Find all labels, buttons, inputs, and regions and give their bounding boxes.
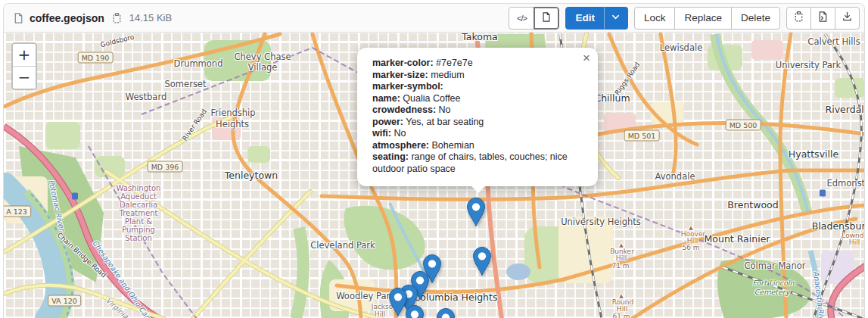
display-source-button[interactable]: </> [509, 7, 534, 30]
display-rendered-button[interactable] [534, 7, 559, 30]
feature-property: seating: range of chairs, tables, couche… [372, 151, 583, 175]
file-size: 14.15 KiB [129, 12, 172, 23]
map-marker[interactable] [467, 198, 485, 227]
replace-button[interactable]: Replace [674, 7, 732, 30]
file-code-icon [817, 11, 829, 25]
chevron-down-icon [611, 12, 620, 23]
geojson-file-viewer: coffee.geojson 14.15 KiB </> Edit [3, 3, 865, 318]
map-marker[interactable] [406, 305, 424, 318]
file-utility-group [786, 7, 860, 30]
file-name: coffee.geojson [30, 12, 104, 24]
file-icon [13, 12, 24, 24]
download-button[interactable] [835, 7, 860, 30]
delete-button[interactable]: Delete [731, 7, 780, 30]
map[interactable]: TakomaGoldsboroChevy ChaseVillageDrummon… [4, 33, 864, 318]
copy-contents-button[interactable] [786, 7, 811, 30]
file-header: coffee.geojson 14.15 KiB </> Edit [4, 4, 864, 33]
feature-property: crowdedness: No [372, 104, 583, 117]
map-popup: × marker-color: #7e7e7emarker-size: medi… [357, 48, 598, 186]
feature-property: name: Qualia Coffee [372, 93, 583, 105]
feature-property: atmosphere: Bohemian [372, 140, 583, 152]
zoom-out-button[interactable]: − [13, 67, 36, 89]
popup-tail [471, 186, 486, 193]
feature-property: wifi: No [372, 128, 583, 140]
download-icon [842, 11, 853, 25]
document-icon [541, 11, 552, 25]
edit-split-button: Edit [565, 7, 628, 30]
lock-button[interactable]: Lock [634, 7, 676, 30]
zoom-control: + − [11, 42, 37, 90]
file-actions-group: Lock Replace Delete [634, 7, 780, 30]
edit-dropdown-toggle[interactable] [604, 7, 628, 30]
popup-close-button[interactable]: × [580, 49, 593, 67]
feature-property: marker-color: #7e7e7e [372, 58, 583, 70]
open-raw-button[interactable] [810, 7, 835, 30]
map-marker[interactable] [437, 308, 455, 318]
code-icon: </> [517, 14, 527, 23]
feature-property: marker-symbol: [372, 81, 583, 93]
feature-property: power: Yes, at bar seating [372, 117, 583, 129]
feature-property: marker-size: medium [372, 70, 583, 82]
map-marker[interactable] [389, 288, 407, 317]
edit-button[interactable]: Edit [565, 7, 605, 30]
view-toggle-group: </> [509, 7, 559, 30]
zoom-in-button[interactable]: + [13, 44, 36, 67]
feature-properties: marker-color: #7e7e7emarker-size: medium… [372, 58, 583, 175]
clipboard-icon [793, 11, 804, 25]
map-marker[interactable] [473, 247, 491, 276]
copy-file-path-button[interactable] [110, 11, 124, 26]
